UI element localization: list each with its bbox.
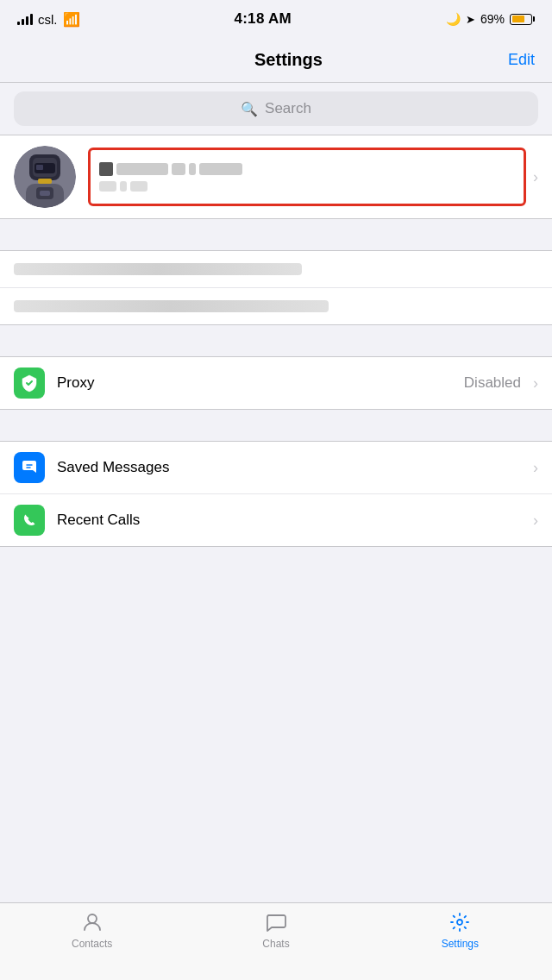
blurred-row-1[interactable]	[0, 251, 552, 288]
profile-name-blur-1	[116, 163, 168, 175]
proxy-chevron-icon: ›	[533, 374, 538, 393]
location-icon: ➤	[466, 13, 475, 26]
profile-chevron-icon: ›	[533, 168, 538, 186]
proxy-section: Proxy Disabled ›	[0, 356, 552, 410]
tab-chats[interactable]: Chats	[242, 910, 310, 950]
section-gap-3	[0, 410, 552, 441]
saved-messages-label: Saved Messages	[57, 459, 526, 476]
svg-point-10	[457, 920, 462, 925]
status-right: 🌙 ➤ 69%	[446, 12, 535, 26]
saved-messages-icon	[14, 452, 45, 483]
signal-bars-icon	[17, 13, 33, 25]
status-left: csl. 📶	[17, 11, 80, 28]
saved-messages-row[interactable]: Saved Messages ›	[0, 442, 552, 494]
edit-button[interactable]: Edit	[508, 51, 535, 69]
battery-percent: 69%	[480, 12, 505, 26]
profile-name-icon	[99, 162, 113, 176]
nav-bar: Settings Edit	[0, 38, 552, 83]
blurred-bar-1	[14, 263, 302, 275]
search-container: 🔍 Search	[0, 83, 552, 135]
tab-contacts[interactable]: Contacts	[58, 910, 127, 950]
blurred-row-2[interactable]	[0, 288, 552, 324]
search-bar[interactable]: 🔍 Search	[14, 91, 538, 126]
battery-icon	[510, 14, 535, 25]
svg-point-9	[88, 914, 97, 923]
profile-sub-blur-3	[130, 181, 147, 192]
search-icon: 🔍	[241, 101, 258, 117]
contacts-icon	[80, 910, 104, 934]
tab-contacts-label: Contacts	[72, 938, 112, 950]
avatar	[14, 146, 76, 208]
profile-sub-blur-2	[120, 181, 127, 192]
profile-name-blur-3	[189, 163, 196, 175]
section-gap-2	[0, 325, 552, 356]
proxy-label: Proxy	[57, 374, 464, 392]
proxy-value: Disabled	[464, 374, 521, 392]
blurred-section-1	[0, 250, 552, 325]
profile-info-box[interactable]	[88, 148, 526, 206]
section-gap-1	[0, 219, 552, 250]
profile-sub-row	[99, 181, 515, 192]
recent-calls-chevron-icon: ›	[533, 512, 538, 530]
profile-name-blur-4	[199, 163, 242, 175]
saved-messages-chevron-icon: ›	[533, 459, 538, 477]
blurred-bar-2	[14, 300, 329, 312]
chats-icon	[264, 910, 288, 934]
tab-settings[interactable]: Settings	[425, 910, 494, 950]
profile-row[interactable]: ›	[0, 135, 552, 218]
status-bar: csl. 📶 4:18 AM 🌙 ➤ 69%	[0, 0, 552, 38]
svg-rect-5	[38, 179, 52, 184]
tab-settings-label: Settings	[442, 938, 479, 950]
svg-rect-4	[36, 165, 43, 170]
page-title: Settings	[254, 50, 323, 70]
moon-icon: 🌙	[446, 12, 461, 26]
tab-chats-label: Chats	[262, 938, 289, 950]
settings-icon	[448, 910, 472, 934]
tab-bar: Contacts Chats Settings	[0, 902, 552, 980]
avatar-image	[14, 146, 76, 208]
profile-name-blur-2	[172, 163, 185, 175]
recent-calls-row[interactable]: Recent Calls ›	[0, 494, 552, 546]
recent-calls-icon	[14, 505, 45, 536]
wifi-icon: 📶	[63, 11, 80, 28]
proxy-row[interactable]: Proxy Disabled ›	[0, 357, 552, 409]
search-placeholder: Search	[265, 100, 311, 117]
carrier-label: csl.	[38, 12, 58, 27]
svg-rect-8	[40, 191, 50, 196]
status-time: 4:18 AM	[234, 10, 292, 28]
messages-section: Saved Messages › Recent Calls ›	[0, 441, 552, 547]
recent-calls-label: Recent Calls	[57, 512, 526, 529]
profile-sub-blur-1	[99, 181, 116, 192]
profile-name-row	[99, 162, 515, 176]
profile-section: ›	[0, 135, 552, 219]
proxy-icon	[14, 368, 45, 399]
